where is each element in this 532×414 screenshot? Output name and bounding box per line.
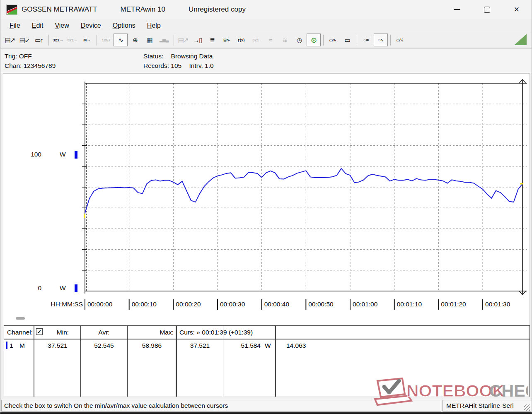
col-header-avr: Avr: — [81, 329, 127, 336]
x-axis-tick-label: 00:00:00 — [87, 301, 112, 308]
y-axis-unit-top: W — [60, 151, 66, 158]
read-device-321-button[interactable]: 321→ — [51, 34, 65, 46]
splitter-handle[interactable] — [16, 317, 25, 320]
status-value: Browsing Data — [171, 53, 213, 60]
x-axis-tick-label: 00:00:20 — [176, 301, 201, 308]
y-axis-unit-bottom: W — [60, 284, 66, 292]
x-axis-tick-label: 00:01:10 — [397, 301, 422, 308]
toolbar-separator — [48, 35, 49, 46]
col-header-max: Max: — [140, 329, 174, 336]
x-axis-tick-label: 00:00:30 — [220, 301, 245, 308]
menu-view[interactable]: View — [51, 20, 73, 31]
app-logo-icon — [6, 5, 17, 15]
curve-chart-view-button[interactable]: ∿ — [114, 34, 128, 46]
print-preview-button[interactable]: ▭∿ — [326, 34, 340, 46]
display-1257-button: 1257 — [99, 34, 113, 46]
license-label: Unregistered copy — [189, 5, 246, 14]
x-axis-tick-label: 00:01:00 — [353, 301, 377, 308]
time-settings-button[interactable]: ◷ — [292, 34, 306, 46]
minmax-checkbox[interactable]: ✓ — [36, 328, 43, 335]
statistics-table: Channel: ✓ Min: Avr: Max: Curs: » 00:01:… — [4, 325, 530, 396]
toolbar-separator — [174, 35, 174, 46]
open-folder-button[interactable]: ▭↑ — [32, 34, 46, 46]
toolbar-separator — [323, 35, 324, 46]
x-axis-tick-label: 00:00:50 — [308, 301, 333, 308]
device-name-status: METRAHit Starline-Seri — [443, 400, 531, 412]
x-axis-tick-label: 00:00:10 — [132, 301, 157, 308]
histogram-view-button: ▂▅▃ — [157, 34, 171, 46]
trend-chart — [3, 74, 530, 325]
chart-area: 100 W 0 W HH:MM:SS 00:00:0000:00:1000:00… — [3, 73, 530, 325]
trigger-status: Trig: OFF — [5, 51, 56, 61]
read-memory-button[interactable]: M→ — [80, 34, 94, 46]
row-delta-value: 14.063 — [286, 342, 306, 349]
maximize-button[interactable] — [472, 0, 502, 19]
toolbar-separator — [97, 35, 97, 46]
row-channel-number: 1 — [10, 342, 13, 349]
channel-color-marker-bottom — [75, 284, 77, 292]
menu-device[interactable]: Device — [77, 20, 105, 31]
row-cursor1-value: 37.521 — [177, 342, 223, 349]
table-header-divider — [4, 339, 530, 339]
print-button[interactable]: ▭ — [340, 34, 354, 46]
menu-bar: FileEditViewDeviceOptionsHelp — [0, 19, 532, 32]
row-max-value: 58.986 — [128, 342, 176, 349]
app-title: METRAwin 10 — [121, 5, 165, 14]
toolbar: ▤↗▤↙▭↑321→321←M→1257∿⊕▦▂▅▃▤↗→▯≣⊟∿ƒ(x)321… — [0, 32, 532, 48]
toolbar-separator — [390, 35, 391, 46]
col-header-channel: Channel: — [7, 329, 33, 336]
formula-button[interactable]: ƒ(x) — [234, 34, 248, 46]
menu-options[interactable]: Options — [109, 20, 140, 31]
zoom-in-button[interactable]: ◌∿ — [374, 34, 388, 46]
power-trace-line — [85, 168, 522, 213]
channel-list: Chan: 123456789 — [5, 61, 56, 70]
acquisition-info-panel: Trig: OFF Chan: 123456789 Status: Browsi… — [0, 48, 532, 73]
interval-value: Intrv. 1.0 — [189, 62, 214, 69]
toolbar-separator — [357, 35, 357, 46]
row-channel-mode: M — [19, 342, 25, 349]
device-display-button: 321 — [249, 34, 263, 46]
records-count: Records: 105 — [143, 61, 181, 70]
channel-setup-button[interactable]: ≣ — [205, 34, 219, 46]
green-triangle-indicator — [514, 34, 527, 45]
col-header-min: Min: — [45, 329, 80, 336]
annotation-button[interactable]: ▭½ — [393, 34, 407, 46]
title-bar: GOSSEN METRAWATT METRAwin 10 Unregistere… — [0, 0, 532, 19]
y-axis-max-label: 100 — [27, 151, 41, 158]
device-connect-button[interactable]: →▯ — [191, 34, 205, 46]
export-button: ▤↗ — [176, 34, 190, 46]
zoom-out-button[interactable]: ◌≋ — [359, 34, 373, 46]
monitor-button[interactable]: ⊟∿ — [220, 34, 234, 46]
app-window: GOSSEN METRAWATT METRAwin 10 Unregistere… — [0, 0, 532, 414]
menu-file[interactable]: File — [5, 20, 24, 31]
row-min-value: 37.521 — [35, 342, 80, 349]
row-cursor2-value: 51.584 — [223, 342, 261, 349]
close-button[interactable]: × — [502, 0, 532, 19]
channel-color-marker-top — [75, 151, 77, 159]
y-axis-min-label: 0 — [27, 284, 41, 292]
write-device-321-button: 321← — [65, 34, 80, 46]
x-axis-format-label: HH:MM:SS — [41, 301, 83, 308]
col-header-cursors: Curs: » 00:01:39 (+01:39) — [179, 329, 253, 336]
row-unit: W — [265, 342, 271, 349]
multi-trace-button: ≋ — [278, 34, 292, 46]
x-axis-tick-label: 00:00:40 — [264, 301, 289, 308]
resize-grip[interactable] — [524, 404, 530, 411]
menu-help[interactable]: Help — [143, 20, 165, 31]
save-data-file-button[interactable]: ▤↙ — [17, 34, 31, 46]
status-bar: Check the box to switch On the min/avr/m… — [0, 399, 532, 412]
x-axis-tick-label: 00:01:20 — [441, 301, 466, 308]
live-record-button[interactable]: ⊛ — [307, 34, 321, 46]
table-view-button[interactable]: ▦ — [143, 34, 157, 46]
row-avr-value: 52.545 — [81, 342, 127, 349]
single-trace-button: ≈ — [263, 34, 277, 46]
status-label: Status: — [143, 51, 163, 61]
status-message: Check the box to switch On the min/avr/m… — [1, 400, 441, 412]
menu-edit[interactable]: Edit — [28, 20, 48, 31]
load-data-file-button[interactable]: ▤↗ — [3, 34, 17, 46]
minimize-button[interactable] — [442, 0, 472, 19]
brand-title: GOSSEN METRAWATT — [22, 5, 97, 14]
row-channel-color-marker — [6, 342, 7, 349]
xy-chart-view-button[interactable]: ⊕ — [128, 34, 142, 46]
x-axis-tick-label: 00:01:30 — [485, 301, 510, 308]
